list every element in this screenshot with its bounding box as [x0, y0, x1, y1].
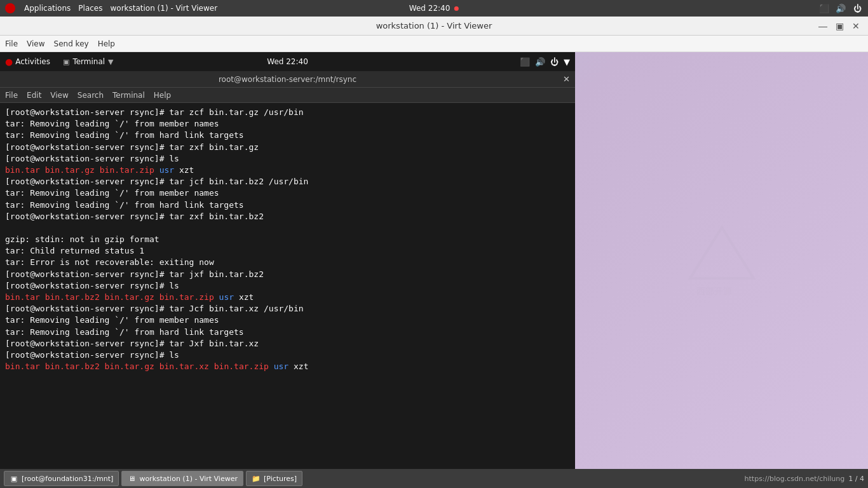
file-item: bin.tar.zip	[159, 292, 214, 302]
menu-send-key[interactable]: Send key	[54, 39, 89, 48]
taskbar-item-pictures[interactable]: 📁 [Pictures]	[246, 471, 302, 486]
svg-marker-0	[690, 227, 754, 278]
menu-bar: File View Send key Help	[0, 36, 868, 52]
file-item: xzt	[239, 292, 254, 302]
clock-dot-icon	[454, 6, 459, 11]
inner-arrow-icon[interactable]: ▼	[564, 57, 570, 67]
terminal-line: [root@workstation-server rsync]# tar zxf…	[5, 142, 570, 153]
prompt-text: [root@workstation-server rsync]#	[5, 154, 164, 163]
term-menu-view[interactable]: View	[50, 91, 68, 100]
applications-menu[interactable]: Applications	[24, 4, 71, 13]
terminal-title: root@workstation-server:/mnt/rsync	[219, 75, 356, 84]
power-icon[interactable]: ⏻	[851, 3, 863, 14]
terminal-line	[5, 222, 570, 234]
system-bar-left: Applications Places workstation (1) - Vi…	[5, 3, 217, 13]
taskbar-item-terminal[interactable]: ▣ [root@foundation31:/mnt]	[4, 471, 119, 486]
taskbar-terminal-label: [root@foundation31:/mnt]	[22, 475, 113, 483]
maximize-button[interactable]: ▣	[834, 20, 845, 32]
terminal-menu: File Edit View Search Terminal Help	[0, 88, 575, 103]
file-item: bin.tar.gz	[105, 362, 154, 371]
output-line: tar: Removing leading `/' from hard link…	[5, 130, 570, 141]
menu-help[interactable]: Help	[98, 39, 115, 48]
terminal-line: [root@workstation-server rsync]# tar Jxf…	[5, 338, 570, 349]
window-controls: — ▣ ✕	[817, 20, 862, 32]
redhat-icon	[5, 3, 15, 13]
terminal-titlebar: root@workstation-server:/mnt/rsync ✕	[0, 71, 575, 88]
taskbar-right: https://blog.csdn.net/chilung 1 / 4	[745, 475, 864, 483]
system-bar: Applications Places workstation (1) - Vi…	[0, 0, 868, 17]
file-item: bin.tar.xz	[159, 362, 209, 371]
output-line: gzip: stdin: not in gzip format	[5, 234, 570, 245]
inner-volume-icon[interactable]: 🔊	[535, 57, 545, 67]
menu-file[interactable]: File	[5, 39, 18, 48]
output-line: tar: Removing leading `/' from member na…	[5, 118, 570, 130]
file-item: bin.tar.gz	[45, 165, 95, 175]
command-text: ls	[164, 154, 179, 163]
terminal-window: ● Activities ▣ Terminal ▼ Wed 22:40 ⬛ 🔊 …	[0, 52, 575, 469]
terminal-dropdown-icon: ▼	[108, 58, 113, 66]
terminal-line: [root@workstation-server rsync]# tar Jcf…	[5, 303, 570, 315]
desktop-area: 西部开源	[575, 52, 868, 469]
places-menu[interactable]: Places	[78, 4, 102, 13]
window-menu-label[interactable]: workstation (1) - Virt Viewer	[110, 4, 217, 13]
menu-view[interactable]: View	[27, 39, 44, 48]
file-item: bin.tar	[5, 165, 40, 175]
term-menu-file[interactable]: File	[5, 91, 18, 100]
file-item: usr	[159, 165, 174, 175]
output-line: tar: Removing leading `/' from member na…	[5, 315, 570, 326]
file-item: usr	[219, 292, 234, 302]
command-text: tar Jcf bin.tar.xz /usr/bin	[164, 304, 303, 313]
term-menu-edit[interactable]: Edit	[27, 91, 41, 100]
terminal-content[interactable]: [root@workstation-server rsync]# tar zcf…	[0, 103, 575, 469]
prompt-text: [root@workstation-server rsync]#	[5, 339, 164, 348]
command-text: tar zxf bin.tar.bz2	[164, 212, 264, 221]
prompt-text: [root@workstation-server rsync]#	[5, 142, 164, 152]
output-line: tar: Removing leading `/' from member na…	[5, 187, 570, 199]
file-item: bin.tar.bz2	[45, 292, 100, 302]
term-menu-search[interactable]: Search	[78, 91, 104, 100]
output-line: tar: Error is not recoverable: exiting n…	[5, 257, 570, 268]
activities-button[interactable]: ● Activities	[5, 57, 50, 67]
prompt-text: [root@workstation-server rsync]#	[5, 212, 164, 221]
inner-power-icon[interactable]: ⏻	[550, 57, 559, 67]
window-titlebar: workstation (1) - Virt Viewer — ▣ ✕	[0, 17, 868, 36]
terminal-taskbar-item[interactable]: ▣ Terminal ▼	[63, 57, 114, 66]
file-item: bin.tar	[5, 362, 40, 371]
taskbar-url: https://blog.csdn.net/chilung	[745, 475, 845, 483]
terminal-line: [root@workstation-server rsync]# tar zxf…	[5, 211, 570, 222]
term-menu-terminal[interactable]: Terminal	[112, 91, 145, 100]
prompt-text: [root@workstation-server rsync]#	[5, 177, 164, 186]
term-menu-help[interactable]: Help	[154, 91, 171, 100]
terminal-line: [root@workstation-server rsync]# tar jcf…	[5, 176, 570, 187]
inner-network-icon[interactable]: ⬛	[520, 57, 530, 67]
file-item: bin.tar.zip	[214, 362, 269, 371]
terminal-close-button[interactable]: ✕	[563, 74, 570, 84]
output-line: tar: Removing leading `/' from hard link…	[5, 327, 570, 338]
folder-taskbar-icon: 📁	[252, 474, 261, 483]
command-text: tar Jxf bin.tar.xz	[164, 339, 259, 348]
taskbar-item-virt[interactable]: 🖥 workstation (1) - Virt Viewer	[121, 471, 243, 486]
minimize-button[interactable]: —	[817, 20, 829, 32]
inner-time: Wed 22:40	[267, 57, 308, 66]
network-icon[interactable]: ⬛	[818, 3, 830, 14]
terminal-icon: ▣	[63, 58, 69, 66]
file-item: bin.tar.zip	[100, 165, 154, 175]
command-text: tar zxf bin.tar.gz	[164, 142, 259, 152]
system-time: Wed 22:40	[409, 4, 459, 13]
output-line: tar: Child returned status 1	[5, 245, 570, 257]
file-item: bin.tar.gz	[105, 292, 154, 302]
terminal-line: [root@workstation-server rsync]# ls	[5, 280, 570, 292]
command-text: tar zcf bin.tar.gz /usr/bin	[164, 107, 303, 117]
terminal-taskbar-icon: ▣	[10, 474, 18, 483]
prompt-text: [root@workstation-server rsync]#	[5, 304, 164, 313]
system-bar-right: ⬛ 🔊 ⏻	[818, 3, 863, 14]
terminal-label: Terminal	[72, 57, 105, 66]
inner-bar-icons: ⬛ 🔊 ⏻ ▼	[520, 57, 570, 67]
volume-icon[interactable]: 🔊	[835, 3, 846, 14]
window-title: workstation (1) - Virt Viewer	[376, 21, 492, 30]
file-item: xzt	[179, 165, 194, 175]
close-button[interactable]: ✕	[850, 20, 862, 32]
terminal-line: [root@workstation-server rsync]# tar zcf…	[5, 107, 570, 118]
prompt-text: [root@workstation-server rsync]#	[5, 281, 164, 290]
file-item: bin.tar	[5, 292, 40, 302]
